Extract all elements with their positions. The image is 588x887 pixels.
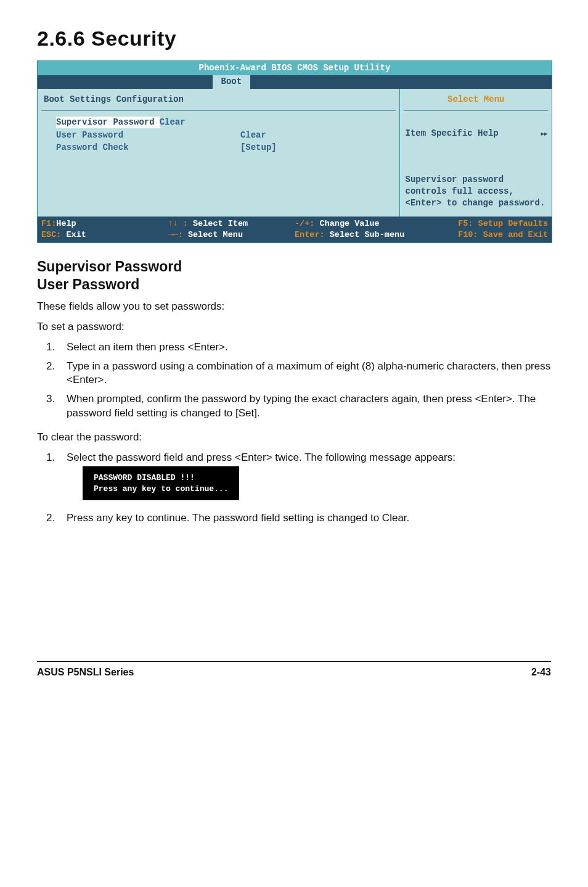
bios-key-f10: F10: Save and Exit [422, 229, 549, 241]
list-item-text: Select the password field and press <Ent… [67, 452, 455, 463]
bios-left-panel: Boot Settings Configuration Supervisor P… [38, 89, 399, 217]
bios-key-label: Select Sub-menu [325, 230, 405, 239]
intro-text: These fields allow you to set passwords: [37, 300, 551, 314]
page-footer: ASUS P5NSLI Series 2-43 [37, 661, 551, 679]
tab-boot[interactable]: Boot [213, 75, 251, 89]
code-line: PASSWORD DISABLED !!! [94, 472, 228, 484]
bios-row-value: Clear [160, 117, 311, 128]
bios-right-panel: Select Menu Item Specific Help ▸▸ Superv… [399, 89, 552, 217]
bios-row-user-password[interactable]: User Password Clear [56, 129, 391, 142]
list-item: Press any key to continue. The password … [58, 511, 551, 526]
bios-key-f5: F5: Setup Defaults [422, 218, 549, 229]
bios-tab-bar: Boot [38, 75, 552, 89]
bios-row-value: [Setup] [240, 142, 391, 154]
tab-spacer [38, 75, 213, 89]
arrows-icon: ▸▸ [540, 128, 547, 139]
bios-key-esc: ESC: [41, 230, 61, 239]
sub-heading-line1: Supervisor Password [37, 258, 551, 276]
bios-key-updown: ↑↓ : [168, 219, 188, 228]
clear-password-steps: Select the password field and press <Ent… [37, 451, 551, 526]
section-heading: 2.6.6 Security [37, 25, 551, 53]
bios-footer: F1:Help ESC: Exit ↑↓ : Select Item →←: S… [38, 217, 552, 242]
list-item: Type in a password using a combination o… [58, 360, 551, 388]
bios-side-help-body: Supervisor password controls full access… [405, 175, 545, 208]
bios-key-enter: Enter: [295, 230, 325, 239]
clear-password-label: To clear the password: [37, 431, 551, 445]
list-item: Select an item then press <Enter>. [58, 340, 551, 355]
bios-footer-col1: F1:Help ESC: Exit [41, 218, 168, 241]
bios-footer-col3: -/+: Change Value Enter: Select Sub-menu [295, 218, 422, 241]
bios-row-supervisor-password[interactable]: Supervisor Password Clear [56, 116, 391, 129]
bios-side-title: Select Menu [404, 91, 548, 111]
bios-row-label: User Password [56, 130, 240, 141]
list-item: Select the password field and press <Ent… [58, 451, 551, 506]
bios-row-value: Clear [240, 130, 391, 141]
password-disabled-message: PASSWORD DISABLED !!! Press any key to c… [83, 466, 239, 500]
bios-row-password-check[interactable]: Password Check [Setup] [56, 141, 391, 154]
bios-side-help: Item Specific Help ▸▸ Supervisor passwor… [404, 111, 548, 214]
set-password-steps: Select an item then press <Enter>. Type … [37, 340, 551, 421]
set-password-label: To set a password: [37, 320, 551, 334]
sub-heading-line2: User Password [37, 276, 551, 294]
bios-left-panel-title: Boot Settings Configuration [41, 91, 396, 111]
bios-side-help-line1: Item Specific Help ▸▸ [405, 128, 547, 139]
bios-key-label: Select Menu [183, 230, 243, 239]
footer-left: ASUS P5NSLI Series [37, 666, 134, 679]
bios-title-bar: Phoenix-Award BIOS CMOS Setup Utility [38, 61, 552, 75]
bios-key-label: Select Item [188, 219, 248, 228]
code-line: Press any key to continue... [94, 484, 228, 495]
bios-key-f1: F1: [41, 219, 56, 228]
bios-screenshot: Phoenix-Award BIOS CMOS Setup Utility Bo… [37, 60, 552, 243]
bios-key-label: Exit [61, 230, 86, 239]
bios-footer-col2: ↑↓ : Select Item →←: Select Menu [168, 218, 295, 241]
bios-row-label: Supervisor Password [56, 117, 160, 128]
bios-row-label: Password Check [56, 142, 240, 154]
bios-settings-list: Supervisor Password Clear User Password … [41, 111, 396, 160]
bios-body: Boot Settings Configuration Supervisor P… [38, 89, 552, 217]
bios-side-help-text: Item Specific Help [405, 128, 498, 139]
bios-key-leftright: →←: [168, 230, 183, 239]
bios-footer-col4: F5: Setup Defaults F10: Save and Exit [422, 218, 549, 241]
list-item: When prompted, confirm the password by t… [58, 392, 551, 421]
bios-key-plusminus: -/+: [295, 219, 314, 228]
footer-right: 2-43 [531, 666, 551, 679]
bios-key-label: Help [56, 219, 76, 228]
bios-key-label: Change Value [314, 219, 379, 228]
sub-heading: Supervisor Password User Password [37, 258, 551, 294]
